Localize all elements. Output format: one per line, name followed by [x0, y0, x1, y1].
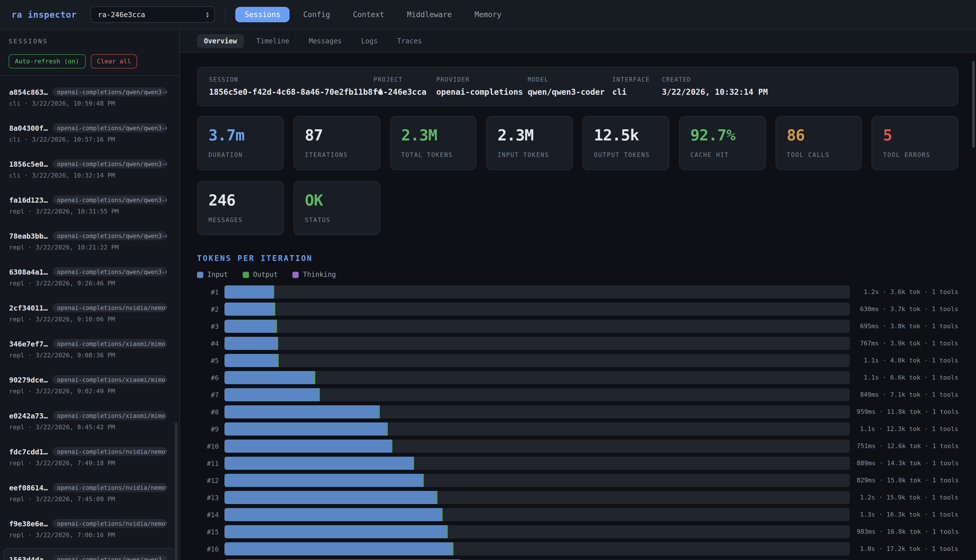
iteration-stats-label: 767ms · 3.9k tok · 1 tools [857, 340, 958, 347]
session-id: eef08614… [9, 483, 48, 492]
top-nav-item[interactable]: Context [344, 7, 394, 22]
chart-row: #10 751ms · 12.6k tok · 1 tools [197, 440, 958, 453]
stat-card: 86 TOOL CALLS [775, 116, 862, 170]
iteration-stats-label: 849ms · 7.1k tok · 1 tools [857, 391, 958, 398]
legend-item: Input [197, 271, 228, 278]
input-tokens-bar [224, 388, 319, 401]
legend-label: Thinking [303, 271, 336, 278]
output-tokens-bar [277, 354, 279, 367]
input-tokens-bar [224, 320, 276, 333]
iteration-stats-label: 630ms · 3.7k tok · 1 tools [857, 305, 958, 313]
session-meta: repl · 3/22/2026, 9:26:46 PM [9, 280, 170, 287]
session-list-item[interactable]: fa16d123… openai-completions/qwen/qwen3-… [3, 188, 176, 222]
bar-track [224, 303, 850, 316]
iteration-stats-label: 829ms · 15.0k tok · 1 tools [857, 477, 958, 484]
session-list-item[interactable]: a854c863… openai-completions/qwen/qwen3-… [3, 80, 176, 114]
session-list-item[interactable]: 6308a4a1… openai-completions/qwen/qwen3-… [3, 260, 176, 294]
stat-value: 2.3M [401, 126, 465, 144]
top-nav-item[interactable]: Config [294, 7, 339, 22]
session-info-field: INTERFACE cli [612, 76, 662, 97]
session-list-item[interactable]: 346e7ef7… openai-completions/xiaomi/mimo… [3, 332, 176, 366]
chart-row: #9 1.1s · 12.3k tok · 1 tools [197, 422, 958, 435]
session-id: 8a04300f… [9, 123, 48, 132]
iteration-stats-label: 1.2s · 3.6k tok · 1 tools [857, 288, 958, 296]
stat-label: OUTPUT TOKENS [594, 151, 658, 158]
stat-label: CACHE HIT [691, 151, 754, 158]
output-tokens-bar [379, 405, 380, 418]
clear-all-button[interactable]: Clear all [90, 54, 137, 68]
info-field-value: cli [612, 87, 662, 97]
session-list-item[interactable]: 1856c5e0… openai-completions/qwen/qwen3-… [3, 152, 176, 186]
stat-card: 3.7m DURATION [197, 116, 284, 170]
bar-track [224, 474, 850, 487]
session-model-badge: openai-completions/qwen/qwen3-c… [52, 123, 167, 132]
input-tokens-bar [224, 542, 452, 555]
output-tokens-bar [436, 491, 437, 504]
session-tab[interactable]: Logs [354, 34, 385, 48]
input-tokens-bar [224, 440, 392, 453]
output-tokens-bar [413, 457, 414, 470]
session-list-item[interactable]: 78eab3bb… openai-completions/qwen/qwen3-… [3, 224, 176, 258]
session-id: 78eab3bb… [9, 232, 48, 240]
session-meta: repl · 3/22/2026, 7:45:09 PM [9, 495, 170, 503]
session-list-item[interactable]: 2cf34011… openai-completions/nvidia/nemo… [3, 296, 176, 330]
iteration-stats-label: 1.2s · 15.9k tok · 1 tools [857, 494, 958, 501]
chart-legend: Input Output Thinking [197, 271, 958, 278]
stat-label: STATUS [305, 217, 369, 223]
project-select[interactable]: ra-246e3cca ▲▼ [90, 6, 215, 23]
session-id: 1563d4da… [9, 555, 48, 560]
session-meta: cli · 3/22/2026, 10:32:14 PM [9, 172, 170, 179]
session-model-badge: openai-completions/qwen/qwen3-c… [52, 87, 167, 97]
stat-value: OK [305, 191, 369, 209]
top-nav-item[interactable]: Sessions [235, 7, 290, 22]
session-tab[interactable]: Timeline [250, 34, 296, 48]
topbar-divider [225, 7, 226, 22]
session-info-field: MODEL qwen/qwen3-coder [528, 76, 612, 97]
session-list-item[interactable]: fdc7cdd1… openai-completions/nvidia/nemo… [3, 440, 176, 474]
iteration-stats-label: 1.1s · 6.6k tok · 1 tools [857, 374, 958, 381]
bar-track [224, 457, 850, 470]
bar-track [224, 405, 850, 418]
bar-track [224, 371, 850, 384]
stat-label: DURATION [209, 151, 272, 158]
info-field-label: MODEL [528, 76, 612, 83]
stat-card: OK STATUS [294, 181, 380, 235]
session-model-badge: openai-completions/xiaomi/mimo-… [52, 375, 167, 384]
info-field-label: PROVIDER [436, 76, 528, 83]
session-list-item[interactable]: f9e38e6e… openai-completions/nvidia/nemo… [3, 512, 176, 546]
input-tokens-bar [224, 491, 436, 504]
session-list-item[interactable]: e0242a73… openai-completions/xiaomi/mimo… [3, 404, 176, 438]
top-nav-item[interactable]: Middleware [398, 7, 461, 22]
iteration-label: #9 [197, 425, 219, 433]
session-tab[interactable]: Messages [302, 34, 349, 48]
iteration-label: #7 [197, 391, 219, 399]
session-list-item[interactable]: 1563d4da… openai-completions/qwen/qwen3-… [3, 548, 176, 560]
session-id: fa16d123… [9, 195, 48, 204]
legend-item: Output [243, 271, 278, 278]
top-nav-item[interactable]: Memory [465, 7, 511, 22]
session-list-item[interactable]: 8a04300f… openai-completions/qwen/qwen3-… [3, 117, 176, 150]
session-info-card: SESSION 1856c5e0-f42d-4c68-8a46-70e2fb11… [197, 67, 958, 106]
info-field-value: ra-246e3cca [374, 87, 436, 97]
output-tokens-bar [273, 285, 274, 298]
iteration-label: #15 [197, 528, 219, 536]
main-scrollbar-thumb[interactable] [972, 61, 975, 148]
stat-card: 246 MESSAGES [197, 181, 284, 235]
session-meta: repl · 3/22/2026, 10:31:55 PM [9, 208, 170, 215]
iteration-label: #4 [197, 339, 219, 347]
session-list-item[interactable]: 90279dce… openai-completions/xiaomi/mimo… [3, 368, 176, 402]
iteration-stats-label: 1.3s · 16.3k tok · 1 tools [857, 511, 958, 518]
session-meta: repl · 3/22/2026, 10:21:22 PM [9, 244, 170, 251]
stat-card: 2.3M TOTAL TOKENS [390, 116, 477, 170]
stat-value: 2.3M [498, 126, 562, 144]
session-id: 90279dce… [9, 375, 48, 384]
legend-swatch-icon [293, 272, 299, 278]
session-list-item[interactable]: eef08614… openai-completions/nvidia/nemo… [3, 476, 176, 510]
auto-refresh-button[interactable]: Auto-refresh (on) [8, 54, 85, 68]
session-model-badge: openai-completions/qwen/qwen3-c… [52, 195, 167, 204]
stat-value: 246 [209, 191, 272, 209]
session-tab[interactable]: Overview [197, 34, 244, 48]
sidebar-scrollbar-thumb[interactable] [175, 422, 178, 560]
session-tab[interactable]: Traces [390, 34, 429, 48]
iteration-label: #14 [197, 511, 219, 518]
